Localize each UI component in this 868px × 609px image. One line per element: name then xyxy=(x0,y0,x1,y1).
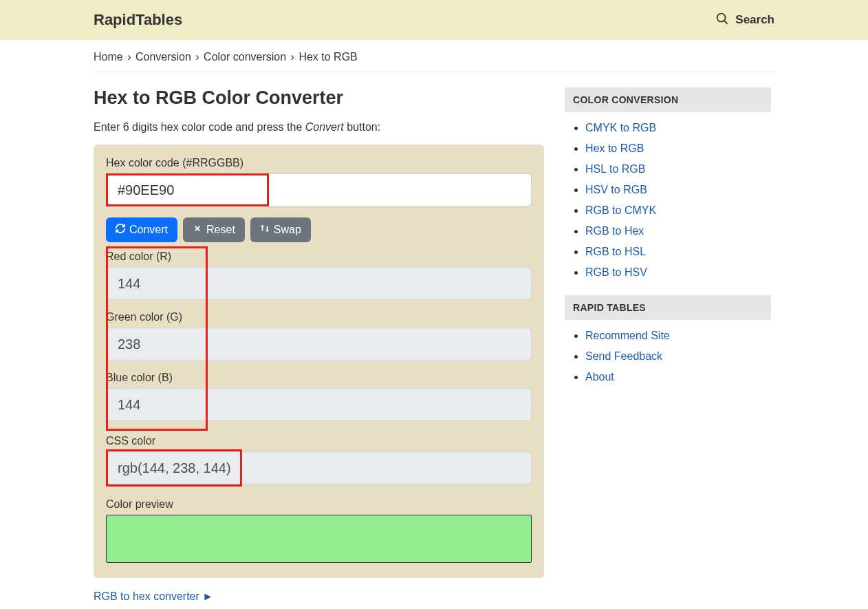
red-output xyxy=(106,267,532,300)
sidebar-list-rapid-tables: Recommend Site Send Feedback About xyxy=(565,320,771,383)
rgb-to-hex-link[interactable]: RGB to hex converter ► xyxy=(94,590,213,602)
green-label: Green color (G) xyxy=(106,311,532,323)
svg-line-1 xyxy=(724,20,728,23)
swap-icon xyxy=(260,224,270,236)
sidebar-heading-color-conversion: COLOR CONVERSION xyxy=(565,87,771,112)
css-label: CSS color xyxy=(106,435,532,447)
swap-button[interactable]: Swap xyxy=(250,217,311,242)
sidebar-link[interactable]: RGB to HSL xyxy=(585,246,646,257)
sidebar-link[interactable]: About xyxy=(585,371,614,383)
brand-logo[interactable]: RapidTables xyxy=(94,11,182,29)
converter-panel: Hex color code (#RRGGBB) Convert Reset xyxy=(94,145,544,578)
blue-label: Blue color (B) xyxy=(106,372,532,384)
sidebar-link[interactable]: RGB to HSV xyxy=(585,266,647,278)
breadcrumb-home[interactable]: Home xyxy=(94,51,123,63)
search-icon xyxy=(715,11,730,30)
red-label: Red color (R) xyxy=(106,250,532,263)
chevron-right-icon: › xyxy=(195,51,199,63)
sidebar-heading-rapid-tables: RAPID TABLES xyxy=(565,295,771,320)
reset-button[interactable]: Reset xyxy=(183,217,245,242)
green-output xyxy=(106,328,532,361)
hex-label: Hex color code (#RRGGBB) xyxy=(106,157,532,169)
sidebar-list-color-conversion: CMYK to RGB Hex to RGB HSL to RGB HSV to… xyxy=(565,112,771,279)
chevron-right-icon: › xyxy=(127,51,131,63)
sidebar-link[interactable]: CMYK to RGB xyxy=(585,122,656,133)
sidebar-link[interactable]: Recommend Site xyxy=(585,330,670,341)
sidebar-link[interactable]: Send Feedback xyxy=(585,350,662,362)
search-label: Search xyxy=(735,13,774,27)
search-trigger[interactable]: Search xyxy=(715,11,774,30)
sidebar-link[interactable]: Hex to RGB xyxy=(585,142,644,154)
refresh-icon xyxy=(116,224,125,236)
convert-button[interactable]: Convert xyxy=(106,217,177,242)
breadcrumb-current: Hex to RGB xyxy=(299,51,357,63)
preview-label: Color preview xyxy=(106,498,532,511)
hex-input[interactable] xyxy=(106,173,532,206)
page-title: Hex to RGB Color Converter xyxy=(94,87,544,109)
intro-text: Enter 6 digits hex color code and press … xyxy=(94,121,544,133)
sidebar-link[interactable]: HSL to RGB xyxy=(585,163,645,175)
close-icon xyxy=(193,224,202,236)
chevron-right-icon: › xyxy=(291,51,294,63)
blue-output xyxy=(106,388,532,421)
color-preview xyxy=(106,515,532,563)
sidebar-link[interactable]: RGB to Hex xyxy=(585,225,644,237)
svg-point-0 xyxy=(717,13,726,21)
breadcrumb-conversion[interactable]: Conversion xyxy=(135,51,191,63)
sidebar-link[interactable]: HSV to RGB xyxy=(585,184,647,195)
sidebar-link[interactable]: RGB to CMYK xyxy=(585,204,656,216)
breadcrumb: Home › Conversion › Color conversion › H… xyxy=(94,40,774,72)
css-output xyxy=(106,451,532,484)
breadcrumb-color-conversion[interactable]: Color conversion xyxy=(204,51,286,63)
